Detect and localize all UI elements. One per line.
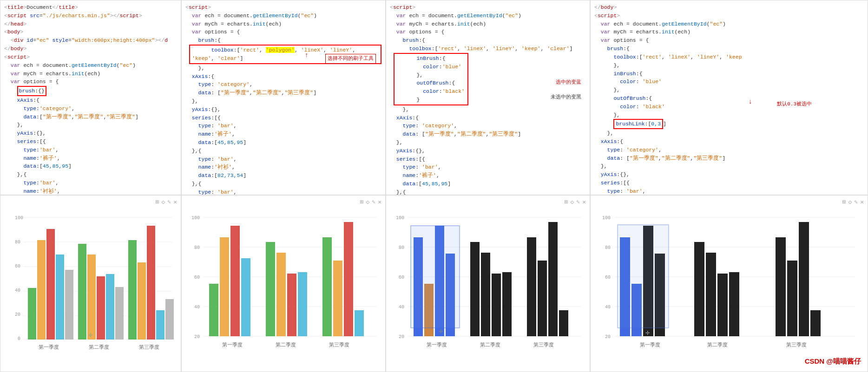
svg-rect-99 <box>694 242 704 336</box>
svg-text:100: 100 <box>191 215 200 221</box>
svg-rect-16 <box>65 270 73 339</box>
svg-rect-106 <box>810 310 821 336</box>
svg-rect-75 <box>502 272 512 336</box>
chart1-toolbar[interactable]: ⊞ ◇ ✎ ✕ <box>156 198 177 206</box>
svg-text:第二季度: 第二季度 <box>480 342 500 348</box>
svg-text:第三季度: 第三季度 <box>139 344 159 350</box>
svg-text:60: 60 <box>399 275 404 280</box>
svg-rect-72 <box>470 242 480 336</box>
brush-icon-1[interactable]: ⊞ <box>156 198 159 206</box>
svg-rect-19 <box>97 276 105 339</box>
svg-text:第一季度: 第一季度 <box>222 342 243 348</box>
svg-text:20: 20 <box>194 334 200 339</box>
svg-text:100: 100 <box>602 215 611 221</box>
svg-rect-77 <box>538 261 547 336</box>
svg-rect-74 <box>492 274 501 336</box>
svg-text:第一季度: 第一季度 <box>39 344 59 350</box>
chart-1: ⊞ ◇ ✎ ✕ 100 80 60 40 20 0 <box>0 195 181 372</box>
brush-icon-3[interactable]: ✎ <box>167 198 171 206</box>
chart3-brush4[interactable]: ✕ <box>582 198 586 206</box>
svg-rect-79 <box>559 310 568 336</box>
svg-rect-101 <box>717 274 728 336</box>
chart-4: ⊞ ◇ ✎ ✕ 100 80 60 40 20 ✛ <box>590 195 868 372</box>
svg-text:100: 100 <box>15 215 23 221</box>
svg-text:第三季度: 第三季度 <box>329 342 349 348</box>
csdn-badge: CSDN @喵喵酱仔 <box>805 357 861 366</box>
svg-rect-25 <box>156 310 164 339</box>
svg-text:40: 40 <box>605 305 611 310</box>
svg-rect-18 <box>87 255 96 339</box>
svg-rect-103 <box>776 237 786 336</box>
svg-text:✛: ✛ <box>645 329 650 337</box>
svg-rect-102 <box>729 272 739 336</box>
svg-rect-78 <box>548 222 558 336</box>
code-panel-4: </body> <script> var ech = document.getE… <box>590 0 868 195</box>
annotation-brushlink-arrow: ↓ <box>749 97 752 107</box>
svg-rect-26 <box>165 299 174 339</box>
chart2-brush1[interactable]: ⊞ <box>360 198 364 206</box>
svg-text:60: 60 <box>194 275 200 280</box>
chart3-brush1[interactable]: ⊞ <box>565 198 568 206</box>
svg-text:60: 60 <box>605 275 611 280</box>
svg-rect-47 <box>287 274 296 336</box>
svg-rect-48 <box>298 272 307 336</box>
svg-rect-23 <box>138 262 146 339</box>
svg-text:第二季度: 第二季度 <box>276 342 296 348</box>
chart4-brush3[interactable]: ✎ <box>854 198 858 206</box>
svg-text:第二季度: 第二季度 <box>89 344 109 350</box>
svg-rect-21 <box>115 287 124 339</box>
svg-rect-76 <box>527 237 536 336</box>
svg-text:80: 80 <box>194 245 200 250</box>
annotation-toolbox: 选择不同的刷子工具 <box>325 54 376 64</box>
chart2-toolbar[interactable]: ⊞ ◇ ✎ ✕ <box>360 198 381 206</box>
chart4-brush1[interactable]: ⊞ <box>842 198 846 206</box>
brush-icon-4[interactable]: ✕ <box>173 198 177 206</box>
code-panel-2: <script> var ech = document.getElementBy… <box>181 0 386 195</box>
chart4-svg: 100 80 60 40 20 ✛ <box>597 212 861 370</box>
svg-text:第一季度: 第一季度 <box>427 342 447 348</box>
chart4-brush2[interactable]: ◇ <box>848 198 852 206</box>
chart2-brush4[interactable]: ✕ <box>378 198 381 206</box>
chart3-brush2[interactable]: ◇ <box>571 198 574 206</box>
chart3-svg: 100 80 60 40 20 ✛ <box>390 212 585 370</box>
svg-rect-50 <box>333 261 342 336</box>
svg-text:20: 20 <box>399 334 404 339</box>
svg-text:80: 80 <box>399 245 404 250</box>
svg-text:✛: ✛ <box>439 327 443 336</box>
svg-text:40: 40 <box>399 305 404 310</box>
svg-text:第二季度: 第二季度 <box>707 342 728 348</box>
chart4-toolbar[interactable]: ⊞ ◇ ✎ ✕ <box>842 198 864 206</box>
svg-rect-13 <box>37 240 46 339</box>
code-panel-3: <script> var ech = document.getElementBy… <box>386 0 590 195</box>
svg-text:20: 20 <box>605 334 611 339</box>
svg-text:80: 80 <box>605 245 611 250</box>
code-content-2: <script> var ech = document.getElementBy… <box>185 3 381 195</box>
svg-rect-20 <box>106 274 114 339</box>
chart2-brush3[interactable]: ✎ <box>372 198 375 206</box>
annotation-outbrush: 未选中的变黑 <box>551 93 581 101</box>
svg-rect-45 <box>266 242 275 336</box>
svg-text:40: 40 <box>194 305 200 310</box>
chart3-toolbar[interactable]: ⊞ ◇ ✎ ✕ <box>565 198 586 206</box>
chart3-brush3[interactable]: ✎ <box>576 198 580 206</box>
code-content-1: <title>Document</title> <script src="./j… <box>4 3 177 195</box>
svg-rect-105 <box>799 222 809 336</box>
svg-rect-70 <box>411 226 460 328</box>
svg-rect-43 <box>230 226 240 336</box>
svg-rect-100 <box>706 253 716 336</box>
svg-rect-97 <box>618 225 669 328</box>
svg-text:第三季度: 第三季度 <box>786 342 807 348</box>
svg-text:✛: ✛ <box>88 331 93 339</box>
chart-2: ⊞ ◇ ✎ ✕ 100 80 60 40 20 <box>181 195 386 372</box>
chart4-brush4[interactable]: ✕ <box>860 198 864 206</box>
brush-icon-2[interactable]: ◇ <box>162 198 165 206</box>
chart2-brush2[interactable]: ◇ <box>366 198 370 206</box>
chart1-svg: 100 80 60 40 20 0 <box>5 212 177 370</box>
top-row: <title>Document</title> <script src="./j… <box>0 0 868 195</box>
svg-text:40: 40 <box>15 288 20 293</box>
svg-rect-24 <box>147 226 155 339</box>
svg-text:100: 100 <box>396 215 404 221</box>
bottom-row: ⊞ ◇ ✎ ✕ 100 80 60 40 20 0 <box>0 195 868 372</box>
annotation-arrow: ↑ <box>305 51 309 61</box>
svg-rect-15 <box>56 255 64 339</box>
